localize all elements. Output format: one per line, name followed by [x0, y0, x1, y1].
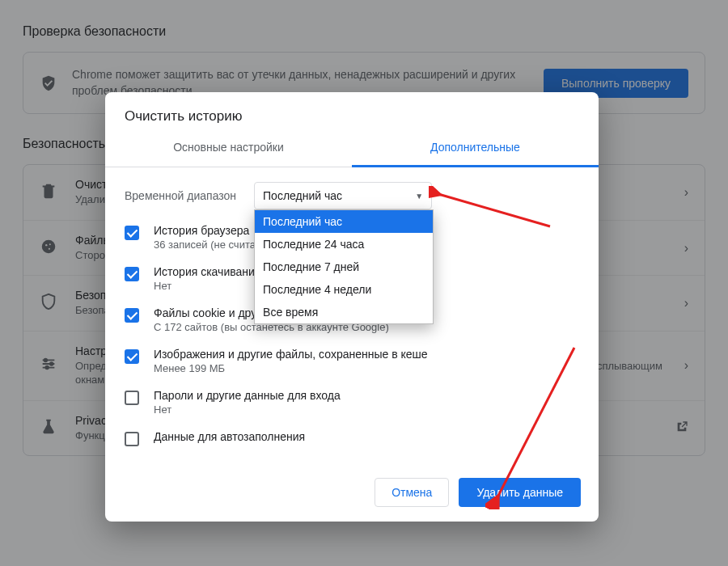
- checkbox[interactable]: [125, 267, 139, 281]
- item-title: Изображения и другие файлы, сохраненные …: [154, 348, 579, 361]
- item-cache: Изображения и другие файлы, сохраненные …: [125, 348, 579, 374]
- item-autofill: Данные для автозаполнения: [125, 430, 579, 446]
- option-last-4w[interactable]: Последние 4 недели: [255, 278, 433, 301]
- clear-data-dialog: Очистить историю Основные настройки Допо…: [105, 92, 599, 522]
- clear-data-button[interactable]: Удалить данные: [459, 478, 581, 507]
- dialog-tabs: Основные настройки Дополнительные: [105, 129, 599, 167]
- time-range-label: Временной диапазон: [125, 189, 236, 202]
- option-last-24h[interactable]: Последние 24 часа: [255, 233, 433, 256]
- tab-advanced[interactable]: Дополнительные: [352, 129, 599, 167]
- tab-basic[interactable]: Основные настройки: [105, 129, 352, 167]
- dialog-title: Очистить историю: [105, 92, 599, 129]
- checkbox[interactable]: [125, 308, 139, 323]
- dialog-body[interactable]: Временной диапазон Последний час ▼ После…: [105, 167, 599, 467]
- checkbox[interactable]: [125, 226, 139, 240]
- time-range-select[interactable]: Последний час ▼ Последний час Последние …: [254, 182, 432, 209]
- checkbox[interactable]: [125, 349, 139, 364]
- item-sub: Нет: [154, 403, 579, 416]
- dialog-footer: Отмена Удалить данные: [105, 467, 599, 522]
- checkbox[interactable]: [125, 432, 139, 446]
- cancel-button[interactable]: Отмена: [375, 478, 449, 507]
- caret-down-icon: ▼: [415, 192, 423, 201]
- item-passwords: Пароли и другие данные для входа Нет: [125, 389, 579, 416]
- option-last-7d[interactable]: Последние 7 дней: [255, 256, 433, 278]
- time-range-dropdown: Последний час Последние 24 часа Последни…: [254, 209, 434, 324]
- item-title: Данные для автозаполнения: [154, 430, 579, 443]
- option-last-hour[interactable]: Последний час: [255, 210, 433, 233]
- time-range-value: Последний час: [263, 189, 342, 202]
- option-all-time[interactable]: Все время: [255, 301, 433, 323]
- item-title: Пароли и другие данные для входа: [154, 389, 579, 402]
- item-sub: Менее 199 МБ: [154, 362, 579, 374]
- checkbox[interactable]: [125, 391, 139, 405]
